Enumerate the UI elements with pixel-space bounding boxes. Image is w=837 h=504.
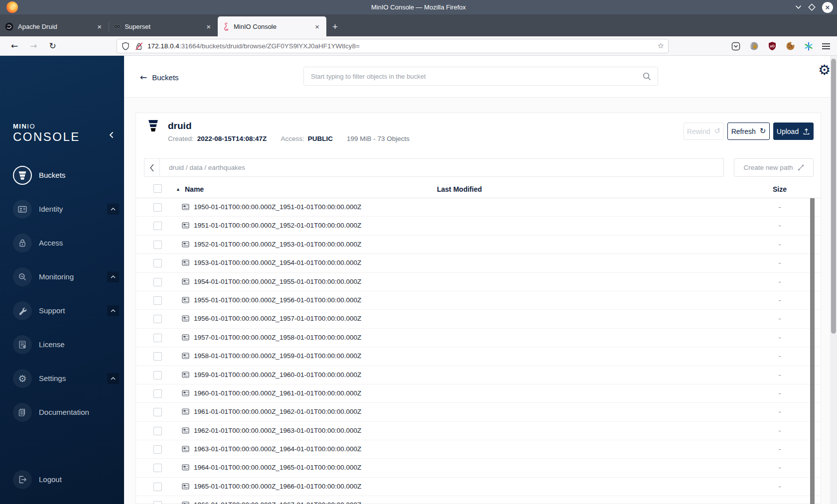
tab-minio-console[interactable]: MinIO Console × [218,16,326,36]
table-row[interactable]: 1965-01-01T00:00:00.000Z_1966-01-01T00:0… [136,478,821,496]
chevron-up-icon[interactable] [107,305,119,316]
back-to-buckets-link[interactable]: ← Buckets [140,72,179,82]
console-settings-gear-icon[interactable]: ⚙ [818,62,831,78]
object-name-link[interactable]: 1958-01-01T00:00:00.000Z_1959-01-01T00:0… [194,352,361,360]
sort-ascending-icon[interactable]: ▲ [176,187,180,192]
sidebar-item-logout[interactable]: Logout [0,470,124,490]
menu-icon[interactable] [822,42,830,51]
new-tab-button[interactable]: + [326,21,344,36]
forward-button[interactable]: → [24,41,43,51]
row-checkbox[interactable] [153,315,162,323]
maximize-icon[interactable] [808,3,816,11]
object-name-link[interactable]: 1954-01-01T00:00:00.000Z_1955-01-01T00:0… [194,278,361,285]
sidebar-item-buckets[interactable]: Buckets [0,166,124,186]
column-header-name[interactable]: Name [185,185,204,193]
table-row[interactable]: 1951-01-01T00:00:00.000Z_1952-01-01T00:0… [136,217,821,235]
row-checkbox[interactable] [153,371,162,379]
row-checkbox[interactable] [153,334,162,342]
table-row[interactable]: 1954-01-01T00:00:00.000Z_1955-01-01T00:0… [136,273,821,291]
object-name-link[interactable]: 1953-01-01T00:00:00.000Z_1954-01-01T00:0… [194,259,361,266]
sidebar-item-access[interactable]: Access [0,234,124,253]
table-row[interactable]: 1952-01-01T00:00:00.000Z_1953-01-01T00:0… [136,236,821,254]
table-row[interactable]: 1955-01-01T00:00:00.000Z_1956-01-01T00:0… [136,291,821,310]
row-checkbox[interactable] [153,352,162,361]
column-header-last-modified[interactable]: Last Modified [437,185,482,193]
object-name-link[interactable]: 1956-01-01T00:00:00.000Z_1957-01-01T00:0… [194,315,361,322]
object-name-link[interactable]: 1959-01-01T00:00:00.000Z_1960-01-01T00:0… [194,371,361,378]
object-name-link[interactable]: 1961-01-01T00:00:00.000Z_1962-01-01T00:0… [194,408,361,415]
back-button[interactable]: ← [5,41,24,51]
sidebar-collapse-icon[interactable] [109,131,115,138]
object-name-link[interactable]: 1955-01-01T00:00:00.000Z_1956-01-01T00:0… [194,296,361,304]
row-checkbox[interactable] [153,259,162,267]
breadcrumb[interactable]: druid / data / earthquakes [169,164,245,171]
row-checkbox[interactable] [153,203,162,212]
table-row[interactable]: 1953-01-01T00:00:00.000Z_1954-01-01T00:0… [136,254,821,272]
object-name-link[interactable]: 1952-01-01T00:00:00.000Z_1953-01-01T00:0… [194,241,361,248]
chevron-up-icon[interactable] [107,271,119,282]
insecure-lock-icon[interactable] [135,42,143,51]
table-row[interactable]: 1959-01-01T00:00:00.000Z_1960-01-01T00:0… [136,366,821,384]
tab-close-icon[interactable]: × [204,22,213,31]
table-row[interactable]: 1957-01-01T00:00:00.000Z_1958-01-01T00:0… [136,329,821,347]
tab-apache-druid[interactable]: Apache Druid × [0,16,109,36]
sidebar-item-license[interactable]: License [0,335,124,355]
object-name-link[interactable]: 1951-01-01T00:00:00.000Z_1952-01-01T00:0… [194,222,361,229]
object-name-link[interactable]: 1965-01-01T00:00:00.000Z_1966-01-01T00:0… [194,483,361,490]
bookmark-star-icon[interactable]: ☆ [658,41,664,50]
ublock-extension-icon[interactable]: uO [768,41,777,51]
privacy-extension-icon[interactable] [749,41,759,51]
search-input[interactable] [310,72,642,81]
table-row[interactable]: 1958-01-01T00:00:00.000Z_1959-01-01T00:0… [136,347,821,366]
object-name-link[interactable]: 1966-01-01T00:00:00.000Z_1967-01-01T00:0… [194,501,361,504]
table-row[interactable]: 1961-01-01T00:00:00.000Z_1962-01-01T00:0… [136,403,821,421]
sidebar-item-documentation[interactable]: Documentation [0,403,124,423]
url-text[interactable]: 172.18.0.4:31664/buckets/druid/browse/ZG… [147,42,360,50]
path-back-button[interactable] [144,159,160,176]
table-row[interactable]: 1963-01-01T00:00:00.000Z_1964-01-01T00:0… [136,440,821,459]
window-titlebar[interactable]: MinIO Console — Mozilla Firefox × [0,0,837,14]
row-checkbox[interactable] [153,296,162,305]
row-checkbox[interactable] [153,389,162,398]
row-checkbox[interactable] [153,408,162,416]
table-row[interactable]: 1962-01-01T00:00:00.000Z_1963-01-01T00:0… [136,422,821,440]
column-header-size[interactable]: Size [747,185,812,193]
pocket-extension-icon[interactable] [731,42,740,51]
sidebar-item-identity[interactable]: Identity [0,200,124,220]
object-name-link[interactable]: 1963-01-01T00:00:00.000Z_1964-01-01T00:0… [194,445,361,453]
table-row[interactable]: 1950-01-01T00:00:00.000Z_1951-01-01T00:0… [136,198,821,217]
row-checkbox[interactable] [153,427,162,435]
object-name-link[interactable]: 1960-01-01T00:00:00.000Z_1961-01-01T00:0… [194,389,361,397]
row-checkbox[interactable] [153,464,162,472]
object-name-link[interactable]: 1950-01-01T00:00:00.000Z_1951-01-01T00:0… [194,203,361,211]
row-checkbox[interactable] [153,483,162,491]
url-bar[interactable]: 172.18.0.4:31664/buckets/druid/browse/ZG… [117,39,669,53]
rewind-button[interactable]: Rewind ↺ [684,123,724,140]
close-window-icon[interactable]: × [822,2,833,13]
create-new-path-button[interactable]: Create new path [734,158,814,177]
table-row[interactable]: 1956-01-01T00:00:00.000Z_1957-01-01T00:0… [136,310,821,328]
object-name-link[interactable]: 1957-01-01T00:00:00.000Z_1958-01-01T00:0… [194,334,361,341]
shield-permissions-icon[interactable] [121,42,130,51]
cookie-extension-icon[interactable] [786,41,795,51]
upload-button[interactable]: Upload [773,123,814,140]
sidebar-item-support[interactable]: Support [0,301,124,321]
table-row[interactable]: 1966-01-01T00:00:00.000Z_1967-01-01T00:0… [136,496,821,504]
row-checkbox[interactable] [153,222,162,230]
object-name-link[interactable]: 1964-01-01T00:00:00.000Z_1965-01-01T00:0… [194,464,361,471]
tab-close-icon[interactable]: × [95,22,104,31]
row-checkbox[interactable] [153,445,162,454]
sidebar-item-monitoring[interactable]: Monitoring [0,267,124,287]
minimize-icon[interactable] [795,5,802,9]
page-scrollbar[interactable] [830,56,837,504]
chevron-up-icon[interactable] [107,373,119,384]
row-checkbox[interactable] [153,278,162,286]
reload-button[interactable]: ↻ [43,41,62,51]
containers-extension-icon[interactable] [804,42,813,51]
table-scrollbar[interactable] [810,198,815,504]
row-checkbox[interactable] [153,501,162,504]
tab-superset[interactable]: ∞ Superset × [109,16,218,36]
table-row[interactable]: 1960-01-01T00:00:00.000Z_1961-01-01T00:0… [136,384,821,403]
table-row[interactable]: 1964-01-01T00:00:00.000Z_1965-01-01T00:0… [136,459,821,477]
tab-close-icon[interactable]: × [313,22,321,31]
